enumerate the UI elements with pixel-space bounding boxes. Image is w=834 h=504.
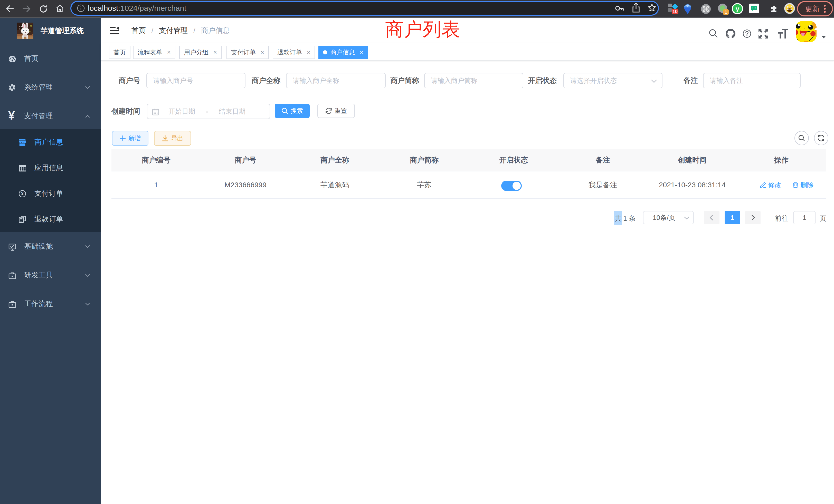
svg-text:¥: ¥ — [21, 191, 24, 196]
svg-text:1: 1 — [725, 10, 727, 15]
svg-text:10: 10 — [673, 9, 678, 14]
